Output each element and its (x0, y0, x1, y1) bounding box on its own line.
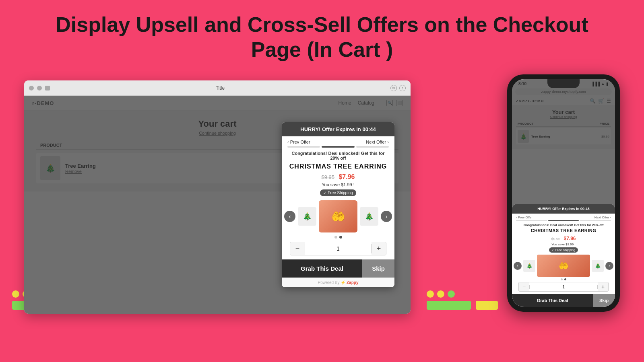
modal-header: HURRY! Offer Expires in 00:44 (282, 122, 394, 136)
bar-green-right (427, 301, 471, 310)
phone-qty-val: 1 (529, 285, 598, 289)
price-new: $7.96 (339, 173, 355, 180)
phone-qty-decrease[interactable]: − (519, 282, 529, 291)
qty-increase-btn[interactable]: + (372, 242, 386, 255)
phone-modal-product-title: CHRISTMAS TREE EARRING (512, 228, 615, 234)
phone-modal-images: ‹ 🎄 🤲 🎄 › (512, 255, 615, 278)
modal-product-title: CHRISTMAS TREE EARRING (282, 163, 394, 173)
browser-url: Title (53, 85, 387, 91)
modal-nav: ‹ Prev Offer Next Offer › (282, 136, 394, 146)
phone-qty-control: − 1 + (518, 282, 609, 292)
phone-modal-nav: ‹ Prev Offer Next Offer › (512, 214, 615, 220)
modal-prices: $9.95 $7.96 (282, 173, 394, 181)
modal-overlay: HURRY! Offer Expires in 00:44 ‹ Prev Off… (24, 96, 411, 314)
phone-modal-prices: $9.95 $7.96 (512, 234, 615, 242)
grab-deal-button[interactable]: Grab This Deal (282, 259, 362, 278)
progress-seg-1 (287, 146, 320, 148)
phone-prog-2 (548, 220, 579, 221)
phone-skip-btn[interactable]: Skip (593, 294, 615, 307)
quantity-control: − 1 + (290, 242, 386, 255)
decorative-dots-right (427, 290, 455, 298)
phone-offer-modal: HURRY! Offer Expires in 00:48 ‹ Prev Off… (512, 79, 615, 307)
phone-modal-inner: HURRY! Offer Expires in 00:48 ‹ Prev Off… (512, 204, 615, 307)
browser-back-btn[interactable] (29, 86, 34, 90)
browser-action-icons: ↻ ↑ (390, 85, 406, 91)
phone-dot-2 (564, 278, 566, 280)
progress-seg-2 (322, 146, 354, 148)
next-image-arrow[interactable]: › (381, 211, 392, 222)
price-old: $9.95 (321, 174, 334, 180)
modal-actions: Grab This Deal Skip (282, 259, 394, 278)
browser-fwd-btn[interactable] (37, 86, 42, 90)
dot-2 (339, 236, 342, 239)
phone-next-offer[interactable]: Next Offer › (594, 216, 611, 219)
phone-price-new: $7.96 (564, 236, 576, 241)
phone-prev-offer[interactable]: ‹ Prev Offer (516, 216, 533, 219)
phone-free-shipping: ✓ Free Shipping (549, 247, 578, 253)
phone-img-main: 🤲 (537, 255, 590, 277)
modal-image-dots (282, 236, 394, 239)
browser-refresh-icon[interactable]: ↻ (390, 85, 397, 91)
phone-next-img-arrow[interactable]: › (605, 262, 613, 270)
phone-modal-actions: Grab This Deal Skip (512, 294, 615, 307)
free-shipping-badge: ✓ Free Shipping (320, 189, 356, 196)
dot-yellow-r2 (437, 290, 444, 298)
browser-tab-btn[interactable] (45, 86, 50, 90)
qty-value: 1 (305, 244, 372, 253)
browser-mockup: Title ↻ ↑ r-DEMO Home Catalog 🔍 ⬜ Your c… (24, 80, 411, 314)
product-image-main: 🤲 (319, 200, 357, 232)
progress-seg-3 (356, 146, 389, 148)
phone-prog-1 (516, 220, 547, 221)
prev-image-arrow[interactable]: ‹ (284, 211, 295, 222)
next-offer-btn[interactable]: Next Offer › (366, 140, 389, 144)
page-title: Display Upsell and Cross-Sell Offers on … (0, 0, 644, 70)
phone-grab-deal-btn[interactable]: Grab This Deal (512, 294, 593, 307)
phone-modal-dots (512, 278, 615, 280)
product-thumb-2: 🎄 (360, 207, 378, 226)
powered-by: Powered By ⚡ Zappy (282, 278, 394, 287)
phone-thumb-1: 🎄 (523, 260, 535, 272)
phone-prog-3 (580, 220, 611, 221)
phone-dot-1 (561, 278, 563, 280)
offer-modal: HURRY! Offer Expires in 00:44 ‹ Prev Off… (282, 122, 394, 287)
phone-qty-increase[interactable]: + (598, 282, 608, 291)
dot-1 (334, 236, 337, 239)
phone-modal-header: HURRY! Offer Expires in 00:48 (512, 204, 615, 214)
phone-mockup: 8:10 ▐▐▐ ▲ ▮ zappy-demo.myshopify.com ZA… (507, 74, 620, 312)
phone-price-old: $9.95 (551, 237, 560, 241)
zappy-brand: ⚡ Zappy (341, 280, 358, 285)
dot-yellow-r1 (427, 290, 434, 298)
product-thumb-1: 🎄 (298, 207, 316, 226)
dot-green-r (448, 290, 455, 298)
modal-savings: You save $1.99 ! (282, 182, 394, 187)
bar-yellow-right (476, 301, 498, 310)
skip-button[interactable]: Skip (362, 259, 394, 278)
modal-congrats: Congratulations! Deal unlocked! Get this… (282, 151, 394, 163)
phone-thumb-2: 🎄 (592, 260, 604, 272)
modal-images-row: ‹ 🎄 🤲 🎄 › (282, 200, 394, 236)
phone-modal-progress (512, 220, 615, 223)
phone-screen: 8:10 ▐▐▐ ▲ ▮ zappy-demo.myshopify.com ZA… (512, 79, 615, 307)
phone-savings: You save $1.99 ! (512, 243, 615, 246)
modal-progress-bar (282, 146, 394, 151)
phone-modal-congrats: Congratulations! Deal unlocked! Get this… (512, 223, 615, 228)
prev-offer-btn[interactable]: ‹ Prev Offer (287, 140, 310, 144)
browser-share-icon[interactable]: ↑ (399, 85, 406, 91)
qty-decrease-btn[interactable]: − (290, 242, 305, 255)
browser-bar: Title ↻ ↑ (24, 80, 411, 96)
dot-yellow-1 (12, 290, 19, 298)
phone-prev-img-arrow[interactable]: ‹ (514, 262, 522, 270)
